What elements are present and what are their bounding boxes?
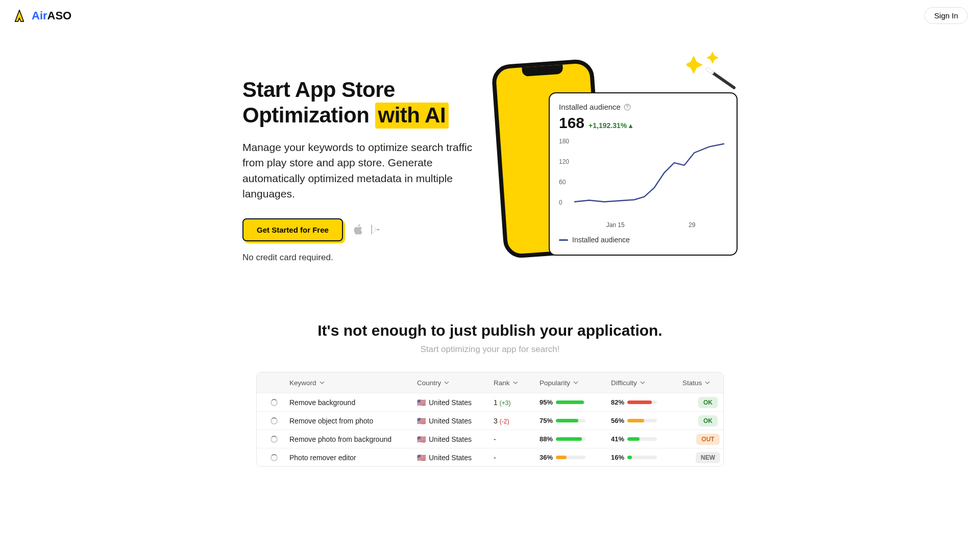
signin-button[interactable]: Sign In	[924, 7, 968, 24]
line-chart	[574, 138, 724, 208]
header-status[interactable]: Status	[682, 379, 724, 387]
svg-rect-1	[705, 67, 715, 74]
header-country[interactable]: Country	[417, 379, 494, 387]
popularity-cell: 88%	[540, 435, 611, 443]
chevron-down-icon	[513, 380, 518, 385]
hero-subtitle: Manage your keywords to optimize search …	[242, 140, 477, 202]
table-row: Remove object from photo 🇺🇸United States…	[257, 411, 723, 430]
country-cell: 🇺🇸United States	[417, 398, 494, 407]
table-row: Remove photo from background 🇺🇸United St…	[257, 430, 723, 448]
section2-subtitle: Start optimizing your app for search!	[0, 344, 980, 355]
chevron-down-icon	[444, 380, 449, 385]
apple-icon	[352, 223, 364, 236]
status-cell: NEW	[682, 452, 724, 463]
analytics-growth: +1,192.31% ▴	[589, 121, 632, 130]
status-cell: OK	[682, 415, 724, 427]
header-rank[interactable]: Rank	[494, 379, 540, 387]
popularity-cell: 75%	[540, 417, 611, 424]
brand-text: AirASO	[32, 9, 71, 22]
hero-illustration: Installed audience 168 +1,192.31% ▴ 180 …	[493, 62, 738, 266]
brand[interactable]: AirASO	[12, 9, 71, 23]
hero-title: Start App Store Optimization with AI	[242, 77, 477, 129]
rank-cell: -	[494, 454, 540, 462]
analytics-big-number: 168	[559, 114, 584, 132]
loading-icon	[271, 436, 278, 443]
status-cell: OK	[682, 397, 724, 408]
header-difficulty[interactable]: Difficulty	[611, 379, 682, 387]
difficulty-cell: 82%	[611, 398, 682, 406]
keyword-cell: Remove object from photo	[289, 417, 417, 425]
loading-icon	[271, 454, 278, 461]
section2-title: It's not enough to just publish your app…	[0, 322, 980, 339]
chevron-down-icon	[705, 380, 710, 385]
country-cell: 🇺🇸United States	[417, 417, 494, 425]
get-started-button[interactable]: Get Started for Free	[242, 218, 343, 241]
loading-icon	[271, 417, 278, 424]
header-popularity[interactable]: Popularity	[540, 379, 611, 387]
difficulty-cell: 16%	[611, 454, 682, 461]
keyword-cell: Remove photo from background	[289, 435, 417, 443]
chevron-down-icon	[320, 380, 325, 385]
rank-cell: 1(+3)	[494, 398, 540, 407]
analytics-card: Installed audience 168 +1,192.31% ▴ 180 …	[549, 92, 738, 256]
no-card-text: No credit card required.	[242, 253, 477, 263]
keyword-cell: Photo remover editor	[289, 454, 417, 462]
chart-legend: Installed audience	[559, 236, 727, 244]
keywords-table: Keyword Country Rank Popularity Difficul…	[256, 372, 724, 467]
table-row: Remove background 🇺🇸United States 1(+3) …	[257, 393, 723, 411]
rank-cell: -	[494, 435, 540, 443]
country-cell: 🇺🇸United States	[417, 454, 494, 462]
play-store-icon	[370, 223, 382, 236]
analytics-title: Installed audience	[559, 103, 621, 111]
brand-logo-icon	[12, 9, 27, 23]
chevron-down-icon	[573, 380, 578, 385]
difficulty-cell: 41%	[611, 435, 682, 443]
rank-cell: 3(-2)	[494, 417, 540, 425]
popularity-cell: 95%	[540, 398, 611, 406]
difficulty-cell: 56%	[611, 417, 682, 424]
country-cell: 🇺🇸United States	[417, 435, 494, 443]
table-row: Photo remover editor 🇺🇸United States - 3…	[257, 448, 723, 466]
status-cell: OUT	[682, 434, 724, 445]
keyword-cell: Remove background	[289, 398, 417, 407]
popularity-cell: 36%	[540, 454, 611, 461]
loading-icon	[271, 399, 278, 406]
help-icon	[624, 104, 631, 111]
chevron-down-icon	[640, 380, 645, 385]
header-keyword[interactable]: Keyword	[289, 379, 417, 387]
